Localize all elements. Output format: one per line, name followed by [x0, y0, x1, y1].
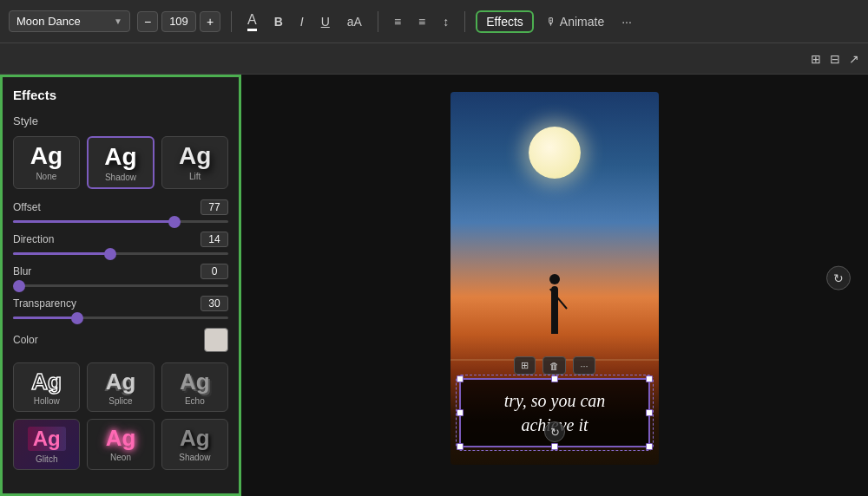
effect-cards-row-2: Ag Glitch Ag Neon Ag Shadow [13, 419, 228, 470]
canvas-refresh-button[interactable]: ↻ [826, 266, 851, 290]
color-label: Color [13, 334, 38, 346]
style-card-lift[interactable]: Ag Lift [161, 136, 228, 189]
export-icon[interactable]: ↗ [849, 52, 859, 66]
echo-label: Echo [185, 396, 205, 406]
hollow-preview: Ag [31, 370, 62, 393]
style-card-lift-preview: Ag [179, 144, 211, 168]
font-select-arrow-icon: ▼ [114, 16, 122, 26]
text-copy-button[interactable]: ⊞ [514, 356, 536, 375]
splice-preview: Ag [106, 370, 136, 393]
effect-card-glitch[interactable]: Ag Glitch [13, 419, 80, 470]
more-button[interactable]: ··· [616, 11, 637, 32]
transparency-thumb[interactable] [71, 312, 83, 324]
transparency-fill [13, 317, 77, 319]
blur-track [13, 284, 228, 287]
list-button[interactable]: ≡ [413, 11, 431, 32]
color-swatch[interactable] [204, 328, 228, 352]
font-size-decrease-button[interactable]: − [137, 11, 158, 32]
direction-thumb[interactable] [104, 248, 116, 260]
effect-card-echo[interactable]: Ag Echo [161, 362, 228, 412]
copy-icon[interactable]: ⊞ [811, 52, 821, 66]
font-size-increase-button[interactable]: + [200, 11, 220, 32]
color-row: Color [13, 328, 228, 352]
blur-label: Blur [13, 265, 31, 277]
glitch-preview: Ag [28, 427, 66, 451]
handle-bm[interactable] [551, 443, 558, 450]
handle-bl[interactable] [457, 443, 464, 450]
style-card-lift-label: Lift [189, 172, 201, 181]
shadow2-label: Shadow [179, 453, 210, 462]
direction-track [13, 252, 228, 255]
offset-thumb[interactable] [168, 216, 181, 228]
neon-label: Neon [110, 453, 131, 462]
direction-fill [13, 252, 110, 255]
text-overlay-wrapper: ⊞ 🗑 ··· try, so you ca [459, 356, 650, 447]
style-card-shadow[interactable]: Ag Shadow [87, 136, 155, 189]
transparency-label: Transparency [13, 297, 76, 310]
handle-tm[interactable] [551, 375, 558, 382]
direction-slider-row: Direction 14 [13, 232, 228, 255]
text-delete-button[interactable]: 🗑 [542, 356, 566, 375]
font-select[interactable]: Moon Dance ▼ [9, 10, 130, 32]
shadow2-preview: Ag [180, 427, 210, 449]
effect-card-hollow[interactable]: Ag Hollow [13, 362, 80, 412]
style-card-none[interactable]: Ag None [13, 136, 80, 189]
handle-br[interactable] [646, 443, 653, 450]
align-button[interactable]: ≡ [389, 11, 406, 32]
canvas-background: ⊞ 🗑 ··· try, so you ca [450, 92, 659, 465]
effects-button[interactable]: Effects [476, 10, 534, 33]
canvas-image[interactable]: ⊞ 🗑 ··· try, so you ca [450, 92, 659, 465]
underline-button[interactable]: U [316, 11, 335, 32]
style-section-label: Style [13, 114, 228, 127]
delete-icon[interactable]: ⊟ [830, 52, 840, 66]
separator-2 [378, 11, 378, 32]
effect-card-neon[interactable]: Ag Neon [87, 419, 154, 470]
effect-card-shadow2[interactable]: Ag Shadow [161, 419, 228, 470]
handle-rm[interactable] [646, 409, 653, 416]
effect-card-splice[interactable]: Ag Splice [87, 362, 154, 412]
glitch-label: Glitch [36, 454, 58, 464]
handle-tl[interactable] [457, 375, 464, 382]
transparency-track [13, 317, 228, 319]
direction-label: Direction [13, 233, 54, 245]
style-card-shadow-preview: Ag [104, 145, 136, 169]
rotate-button[interactable]: ↻ [544, 421, 565, 442]
text-color-button[interactable]: A [242, 9, 262, 35]
style-cards-row: Ag None Ag Shadow Ag Lift [13, 136, 228, 189]
animate-button[interactable]: 🎙 Animate [541, 11, 609, 32]
offset-track [13, 220, 228, 223]
main-area: Effects Style Ag None Ag Shadow Ag Lift … [0, 75, 868, 496]
neon-preview: Ag [106, 427, 136, 449]
italic-button[interactable]: I [295, 11, 309, 32]
blur-value: 0 [201, 264, 228, 279]
direction-value: 14 [201, 232, 228, 247]
text-more-button[interactable]: ··· [573, 356, 595, 375]
style-card-none-label: None [36, 172, 56, 181]
sidebar-title: Effects [13, 88, 228, 102]
handle-lm[interactable] [457, 409, 464, 416]
effect-cards-row-1: Ag Hollow Ag Splice Ag Echo [13, 362, 228, 412]
figure-silhouette [542, 274, 568, 352]
font-size-control: − + [137, 11, 220, 32]
canvas-area: ⊞ 🗑 ··· try, so you ca [241, 75, 868, 496]
offset-label: Offset [13, 201, 41, 213]
separator-1 [231, 11, 232, 32]
bold-button[interactable]: B [269, 11, 288, 32]
font-size-input[interactable] [161, 11, 196, 32]
transparency-value: 30 [201, 296, 228, 311]
main-toolbar: Moon Dance ▼ − + A B I U aA ≡ ≡ ↕ Effect… [0, 0, 868, 43]
style-card-shadow-label: Shadow [105, 173, 136, 182]
separator-3 [464, 11, 465, 32]
splice-label: Splice [108, 396, 132, 406]
case-button[interactable]: aA [342, 11, 367, 32]
blur-thumb[interactable] [13, 280, 25, 292]
offset-slider-row: Offset 77 [13, 199, 228, 223]
effects-sidebar: Effects Style Ag None Ag Shadow Ag Lift … [0, 75, 241, 496]
handle-tr[interactable] [646, 375, 653, 382]
blur-slider-row: Blur 0 [13, 264, 228, 287]
text-overlay-toolbar: ⊞ 🗑 ··· [459, 356, 650, 375]
offset-fill [13, 220, 174, 223]
spacing-button[interactable]: ↕ [437, 11, 454, 32]
offset-value: 77 [201, 199, 228, 215]
hollow-label: Hollow [34, 396, 60, 406]
